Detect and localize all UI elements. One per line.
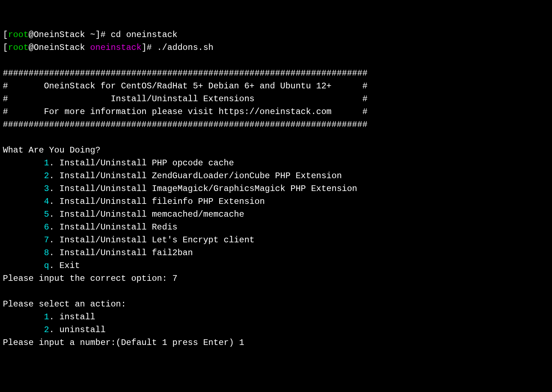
prompt-text: Please input a number:(Default 1 press E…	[3, 338, 239, 347]
menu-key: 6	[44, 222, 49, 232]
menu-key: 7	[44, 235, 49, 245]
bracket-open: [	[3, 43, 8, 52]
menu-label: Install/Uninstall ZendGuardLoader/ionCub…	[59, 171, 342, 181]
menu-key: 4	[44, 197, 49, 206]
menu-key: q	[44, 261, 49, 270]
menu-item: 1. Install/Uninstall PHP opcode cache	[3, 158, 234, 168]
terminal-output: [root@OneinStack ~]# cd oneinstack [root…	[3, 29, 549, 349]
banner-line-1: # OneinStack for CentOS/RadHat 5+ Debian…	[3, 81, 368, 91]
user-input-option: 7	[172, 274, 177, 283]
menu-label: Install/Uninstall PHP opcode cache	[59, 158, 234, 168]
prompt-line-1: [root@OneinStack ~]# cd oneinstack	[3, 30, 178, 40]
command-cd: cd oneinstack	[111, 30, 177, 40]
menu-item: 6. Install/Uninstall Redis	[3, 222, 178, 232]
menu-key: 1	[44, 158, 49, 168]
banner-line-2: # Install/Uninstall Extensions #	[3, 94, 368, 104]
question-what-doing: What Are You Doing?	[3, 145, 101, 155]
menu-item: 5. Install/Uninstall memcached/memcache	[3, 210, 244, 219]
menu-item: 4. Install/Uninstall fileinfo PHP Extens…	[3, 197, 265, 206]
menu-item: 3. Install/Uninstall ImageMagick/Graphic…	[3, 184, 357, 194]
menu-key: 1	[44, 312, 49, 322]
menu-label: Install/Uninstall fail2ban	[59, 248, 193, 258]
banner-rule-top: ########################################…	[3, 68, 368, 78]
menu-label: Install/Uninstall memcached/memcache	[59, 210, 244, 219]
menu-label: Install/Uninstall ImageMagick/GraphicsMa…	[59, 184, 357, 194]
menu-key: 8	[44, 248, 49, 258]
prompt-cwd: ~	[90, 30, 95, 40]
bracket-open: [	[3, 30, 8, 40]
menu-label: Install/Uninstall Redis	[59, 222, 177, 232]
bracket-close: ]#	[142, 43, 157, 52]
prompt-user: root	[8, 43, 29, 52]
bracket-close: ]#	[95, 30, 111, 40]
banner-rule-bottom: ########################################…	[3, 120, 368, 129]
menu-item: 2. uninstall	[3, 325, 106, 335]
menu-label: Install/Uninstall Let's Encrypt client	[59, 235, 254, 245]
menu-label: Install/Uninstall fileinfo PHP Extension	[59, 197, 265, 206]
menu-label: install	[59, 312, 95, 322]
prompt-line-2: [root@OneinStack oneinstack]# ./addons.s…	[3, 43, 214, 52]
question-select-action: Please select an action:	[3, 299, 126, 309]
banner-line-3: # For more information please visit http…	[3, 107, 368, 117]
menu-item: 2. Install/Uninstall ZendGuardLoader/ion…	[3, 171, 342, 181]
menu-key: 5	[44, 210, 49, 219]
menu-key: 3	[44, 184, 49, 194]
menu-item: 7. Install/Uninstall Let's Encrypt clien…	[3, 235, 255, 245]
prompt-cwd: oneinstack	[90, 43, 142, 52]
menu-item: 8. Install/Uninstall fail2ban	[3, 248, 193, 258]
prompt-user: root	[8, 30, 29, 40]
menu-item: q. Exit	[3, 261, 80, 270]
input-prompt-number[interactable]: Please input a number:(Default 1 press E…	[3, 338, 244, 347]
menu-label: Exit	[59, 261, 80, 270]
prompt-host: @OneinStack	[29, 30, 90, 40]
command-addons: ./addons.sh	[157, 43, 213, 52]
menu-item: 1. install	[3, 312, 95, 322]
prompt-host: @OneinStack	[29, 43, 90, 52]
menu-key: 2	[44, 325, 49, 335]
menu-key: 2	[44, 171, 49, 181]
user-input-number: 1	[239, 338, 244, 347]
menu-label: uninstall	[59, 325, 106, 335]
input-prompt-option[interactable]: Please input the correct option: 7	[3, 274, 178, 283]
prompt-text: Please input the correct option:	[3, 274, 172, 283]
